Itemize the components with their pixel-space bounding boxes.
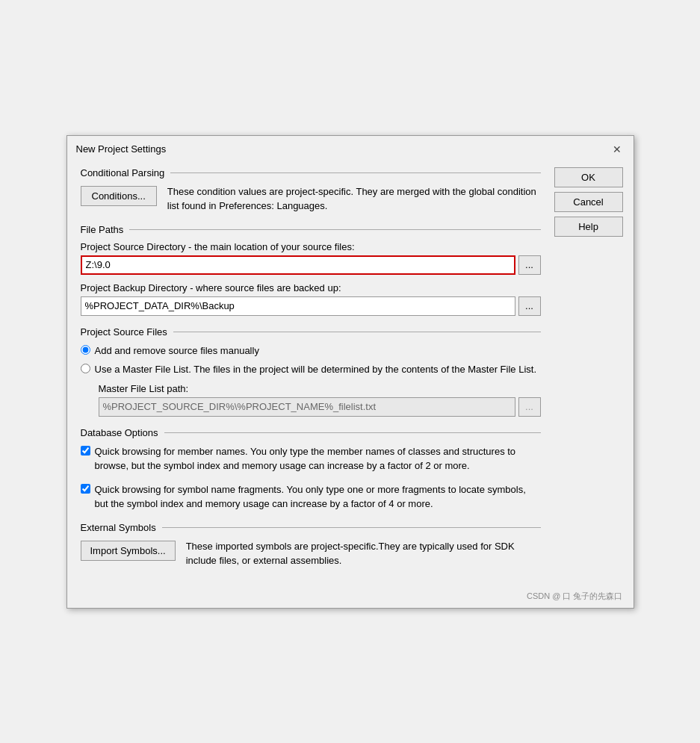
radio-manual-label: Add and remove source files manually [95, 343, 259, 358]
database-options-header: Database Options [81, 427, 541, 438]
file-paths-section: File Paths Project Source Directory - th… [81, 224, 541, 316]
conditional-parsing-title: Conditional Parsing [81, 167, 165, 178]
source-dir-label: Project Source Directory - the main loca… [81, 241, 541, 252]
import-symbols-button[interactable]: Import Symbols... [81, 541, 176, 561]
master-file-section: Master File List path: ... [99, 383, 541, 417]
project-source-files-section: Project Source Files Add and remove sour… [81, 326, 541, 417]
checkbox2-item: Quick browsing for symbol name fragments… [81, 482, 541, 512]
import-description: These imported symbols are project-speci… [186, 539, 541, 568]
dialog-body: Conditional Parsing Conditions... These … [67, 161, 634, 588]
backup-dir-label: Project Backup Directory - where source … [81, 282, 541, 293]
source-dir-browse-button[interactable]: ... [518, 255, 541, 275]
project-source-files-line [173, 332, 541, 332]
conditions-button[interactable]: Conditions... [81, 186, 157, 206]
dialog-title: New Project Settings [76, 143, 167, 155]
backup-dir-input[interactable] [81, 296, 515, 316]
source-files-radio-group: Add and remove source files manually Use… [81, 343, 541, 377]
master-file-row: ... [99, 397, 541, 417]
conditional-parsing-section: Conditional Parsing Conditions... These … [81, 167, 541, 214]
cancel-button[interactable]: Cancel [554, 192, 623, 212]
import-row: Import Symbols... These imported symbols… [81, 539, 541, 568]
project-source-files-title: Project Source Files [81, 326, 167, 338]
external-symbols-line [162, 527, 541, 528]
conditional-parsing-header: Conditional Parsing [81, 167, 541, 178]
project-source-files-header: Project Source Files [81, 326, 541, 338]
conditional-parsing-line [170, 172, 540, 173]
database-options-title: Database Options [81, 427, 158, 438]
external-symbols-header: External Symbols [81, 522, 541, 533]
file-paths-line [129, 229, 540, 230]
radio-master-input[interactable] [81, 364, 90, 373]
master-file-input[interactable] [99, 397, 515, 417]
master-file-label: Master File List path: [99, 383, 541, 394]
conditions-row: Conditions... These condition values are… [81, 184, 541, 214]
close-button[interactable]: ✕ [610, 142, 625, 157]
conditions-description: These condition values are project-speci… [167, 184, 541, 214]
radio-manual-input[interactable] [81, 345, 90, 355]
database-options-line [164, 432, 541, 433]
source-dir-input[interactable] [81, 255, 515, 275]
main-content: Conditional Parsing Conditions... These … [67, 167, 551, 579]
radio-manual-item: Add and remove source files manually [81, 343, 541, 358]
external-symbols-title: External Symbols [81, 522, 156, 533]
database-options-section: Database Options Quick browsing for memb… [81, 427, 541, 512]
checkbox2-input[interactable] [81, 484, 90, 494]
file-paths-title: File Paths [81, 224, 124, 235]
file-paths-header: File Paths [81, 224, 541, 235]
radio-master-label: Use a Master File List. The files in the… [95, 362, 537, 377]
source-dir-row: ... [81, 255, 541, 275]
ok-button[interactable]: OK [554, 167, 623, 187]
checkbox1-label: Quick browsing for member names. You onl… [95, 444, 541, 473]
backup-dir-row: ... [81, 296, 541, 316]
title-bar: New Project Settings ✕ [67, 136, 634, 161]
checkbox1-input[interactable] [81, 446, 90, 456]
radio-master-item: Use a Master File List. The files in the… [81, 362, 541, 377]
checkbox2-label: Quick browsing for symbol name fragments… [95, 482, 541, 512]
external-symbols-section: External Symbols Import Symbols... These… [81, 522, 541, 568]
master-file-browse-button[interactable]: ... [518, 397, 541, 417]
help-button[interactable]: Help [554, 217, 623, 237]
checkbox1-item: Quick browsing for member names. You onl… [81, 444, 541, 473]
side-buttons: OK Cancel Help [551, 167, 634, 579]
watermark: CSDN @ 口 兔子的先森口 [67, 588, 634, 608]
backup-dir-browse-button[interactable]: ... [518, 296, 541, 316]
dialog-window: New Project Settings ✕ Conditional Parsi… [66, 135, 634, 609]
